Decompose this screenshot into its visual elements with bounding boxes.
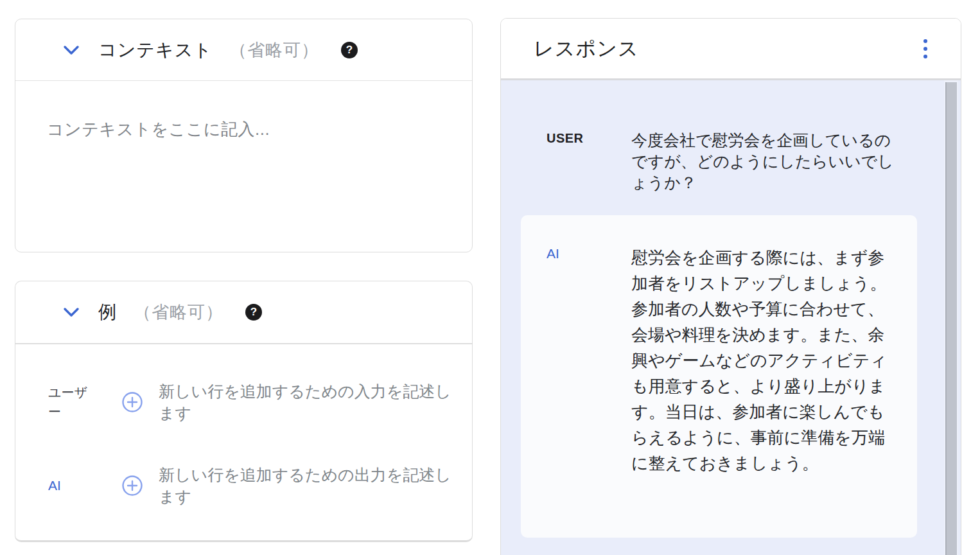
context-panel-title: コンテキスト — [98, 38, 213, 62]
response-scrollbar-thumb[interactable] — [945, 82, 957, 555]
chevron-down-icon[interactable] — [63, 44, 80, 56]
context-panel: コンテキスト （省略可） ? コンテキストをここに記入... — [15, 19, 473, 252]
example-user-role-label: ユーザー — [48, 383, 88, 421]
more-options-icon[interactable] — [921, 37, 930, 61]
context-input-placeholder: コンテキストをここに記入... — [47, 118, 446, 141]
user-message-text: 今度会社で慰労会を企画しているの ですが、どのようにしたらいいでし ょうか？ — [631, 130, 901, 193]
response-scrollbar — [944, 80, 958, 555]
example-user-input-placeholder[interactable]: 新しい行を追加するための入力を記述し ます — [159, 380, 453, 424]
ai-message-text: 慰労会を企画する際には、まず参 加者をリストアップしましょう。 参加者の人数や予… — [631, 245, 895, 476]
prompt-design-page: コンテキスト （省略可） ? コンテキストをここに記入... 例 （省略可） ?… — [0, 0, 980, 555]
example-row-ai: AI 新しい行を追加するための出力を記述し ます — [48, 464, 453, 507]
ai-response-card: AI 慰労会を企画する際には、まず参 加者をリストアップしましょう。 参加者の人… — [521, 215, 917, 538]
help-icon[interactable]: ? — [245, 304, 262, 321]
response-conversation: USER 今度会社で慰労会を企画しているの ですが、どのようにしたらいいでし ょ… — [501, 80, 961, 555]
user-message-role: USER — [547, 130, 631, 146]
examples-optional-label: （省略可） — [134, 301, 223, 324]
examples-panel: 例 （省略可） ? ユーザー 新しい行を追加するための入力を記述し ます AI — [15, 281, 473, 542]
user-message: USER 今度会社で慰労会を企画しているの ですが、どのようにしたらいいでし ょ… — [521, 130, 930, 193]
examples-panel-header: 例 （省略可） ? — [15, 281, 472, 343]
add-row-icon[interactable] — [121, 475, 143, 497]
ai-message: AI 慰労会を企画する際には、まず参 加者をリストアップしましょう。 参加者の人… — [521, 245, 917, 476]
response-panel-title: レスポンス — [534, 35, 639, 62]
example-row-user: ユーザー 新しい行を追加するための入力を記述し ます — [48, 380, 453, 424]
response-panel: レスポンス USER 今度会社で慰労会を企画しているの ですが、どのようにしたら… — [500, 18, 961, 555]
context-input[interactable]: コンテキストをここに記入... — [15, 81, 472, 141]
ai-message-role: AI — [547, 245, 631, 261]
response-panel-header: レスポンス — [501, 19, 961, 80]
example-ai-role-label: AI — [48, 476, 88, 495]
add-row-icon[interactable] — [121, 391, 143, 413]
example-ai-output-placeholder[interactable]: 新しい行を追加するための出力を記述し ます — [159, 464, 453, 507]
chevron-down-icon[interactable] — [63, 306, 80, 318]
help-icon[interactable]: ? — [341, 42, 358, 58]
examples-table: ユーザー 新しい行を追加するための入力を記述し ます AI 新しい行を追加するた… — [15, 343, 472, 540]
context-optional-label: （省略可） — [229, 39, 319, 62]
examples-panel-title: 例 — [98, 300, 117, 324]
context-panel-header: コンテキスト （省略可） ? — [15, 19, 472, 81]
